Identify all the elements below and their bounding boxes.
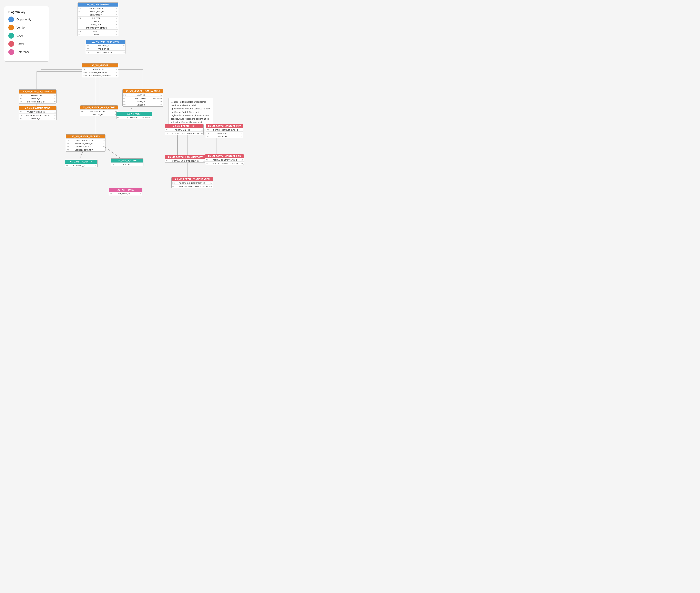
- key-item-vendor: Vendor: [8, 25, 43, 30]
- table-header-portal-link: AS_VM_PORTAL_LINK: [165, 124, 203, 128]
- table-row: FKTHREAD_SET_IDint: [78, 10, 118, 13]
- table-row: FKVENDOR_REGISTRATION_METHODint: [172, 185, 213, 188]
- key-item-reference: Reference: [8, 49, 43, 55]
- table-gam-state: AS_GAM_R_STATE PKSTATE_IDint: [111, 158, 143, 166]
- table-body-naics: PKNAICS_CODE_IDint VENDOR_IDint: [80, 109, 118, 116]
- table-vendor-address: AS_VM_VENDOR_ADDRESS PKVENDOR_ADDRESS_ID…: [66, 134, 106, 152]
- table-header-poc: AS_VM_POINT_OF_CONTACT: [19, 90, 56, 93]
- table-body-portal-contact-link: PKPORTAL_CONTACT_LINK_IDint FKPORTAL_CON…: [205, 158, 244, 165]
- table-vendor-user-mapping: AS_VM_VENDOR_USER_MAPPING PKUSER_IDint F…: [122, 89, 163, 107]
- table-row: FKCONTACT_TYPE_IDint: [19, 100, 56, 103]
- table-body-vendor-address: PKVENDOR_ADDRESS_IDint PKADDRESS_TYPE_ID…: [66, 139, 105, 152]
- table-row: PKPORTAL_LINK_IDint: [165, 128, 203, 131]
- table-row: FK,AKREMITTANCE_ADDRESSint: [82, 74, 118, 77]
- table-row: PKVENDOR_ADDRESS_IDint: [66, 139, 105, 142]
- table-row: OFFICEint: [78, 19, 118, 23]
- table-header-user: AS_VM_USER: [117, 112, 152, 116]
- table-body-gam-state: PKSTATE_IDint: [111, 162, 143, 166]
- table-payment-mode: AS_VM_PAYMENT_MODE PKPAYMENT_MODE_IDint …: [19, 106, 56, 120]
- table-portal-configuration: AS_VM_PORTAL_CONFIGURATION PKPORTAL_CONF…: [171, 177, 213, 188]
- table-row: FKVENDOR_COUNTRYint: [66, 148, 105, 152]
- table-row: PKPAYMENT_MODE_IDint: [19, 110, 56, 114]
- table-row: PKCOUNTRY_IDint: [65, 164, 97, 167]
- table-row: FKCOUNTRYint: [206, 135, 243, 138]
- key-item-gam: GAM: [8, 33, 43, 39]
- table-row: OPPORTUNITY_STATUSint: [78, 26, 118, 29]
- table-portal-link: AS_VM_PORTAL_LINK PKPORTAL_LINK_IDint FK…: [165, 124, 204, 135]
- table-header-gam-state: AS_GAM_R_STATE: [111, 159, 143, 162]
- table-row: PKVENDOR_IDint: [82, 67, 118, 71]
- table-row: FKUSER_NAMEvarchar(255): [123, 96, 163, 100]
- table-row: PKPORTAL_LINK_CATEGORY_IDint: [165, 159, 205, 162]
- table-header-vendor-address: AS_VM_VENDOR_ADDRESS: [66, 134, 105, 139]
- table-row: FKVENDOR_IDint: [19, 97, 56, 100]
- table-row: PKNAICS_CODE_IDint: [80, 109, 118, 113]
- key-item-portal: Portal: [8, 41, 43, 47]
- table-point-of-contact: AS_VM_POINT_OF_CONTACT PKCONTACT_IDint F…: [19, 89, 56, 104]
- table-vendor-naics: AS_VM_VENDOR_NAICS_CODES PKNAICS_CODE_ID…: [80, 105, 118, 116]
- table-portal-contact-info: AS_VM_PORTAL_CONTACT_INFO PKPORTAL_CONTA…: [206, 124, 243, 138]
- table-as-vm-vendor: AS_VM_VENDOR PKVENDOR_IDint FK,AKVENDOR_…: [82, 63, 118, 77]
- table-body-portal-config: PKPORTAL_CONFIGURATION_IDint FKVENDOR_RE…: [172, 181, 213, 188]
- key-label-gam: GAM: [16, 34, 23, 37]
- table-header-gam-country: AS_GAM_R_COUNTRY: [65, 160, 97, 164]
- table-row: FK,AKVENDOR_ADDRESSint: [82, 71, 118, 74]
- table-row: FKSTATE_PROVint: [206, 131, 243, 135]
- table-portal-contact-link: AS_VM_PORTAL_CONTACT_LINK PKPORTAL_CONTA…: [205, 154, 244, 165]
- table-gam-country: AS_GAM_R_COUNTRY PKCOUNTRY_IDint: [65, 160, 97, 167]
- table-row: FKOPPORTUNITY_IDint: [86, 50, 125, 54]
- table-row: BASE_TYPEint: [78, 23, 118, 26]
- table-row: PKSTATE_IDint: [111, 162, 143, 166]
- table-row: FKSTATEint: [78, 29, 118, 33]
- table-row: PKREF_DATA_IDint: [109, 192, 142, 195]
- table-as-vm-user: AS_VM_USER PKUSERNAMEvarchar(255): [116, 112, 152, 119]
- table-row: PKADDRESS_TYPE_IDint: [66, 142, 105, 145]
- gam-dot: [8, 33, 14, 39]
- table-header-naics: AS_VM_VENDOR_NAICS_CODES: [80, 106, 118, 109]
- table-body-opportunity: PKOPPORTUNITY_IDint FKTHREAD_SET_IDint D…: [78, 6, 118, 36]
- table-row: FKPAYMENT_MODE_TYPE_IDint: [19, 114, 56, 117]
- table-row: PKUSER_IDint: [123, 93, 163, 96]
- table-header-opportunity: AS_VM_OPPORTUNITY: [78, 3, 118, 6]
- table-body-vndr-opp-mpng: PKMAPPING_IDint FKVENDOR_IDint FKOPPORTU…: [86, 44, 125, 54]
- table-header-portal-config: AS_VM_PORTAL_CONFIGURATION: [172, 177, 213, 181]
- table-body-portal-link-category: PKPORTAL_LINK_CATEGORY_IDint: [165, 159, 205, 162]
- table-row: VENDOR_IDint: [80, 113, 118, 116]
- diagram-key-title: Diagram key: [8, 10, 43, 14]
- table-as-vm-vndr-opp-mpng: AS_VM_VNDR_OPP_MPNG PKMAPPING_IDint FKVE…: [86, 40, 125, 54]
- table-row: PKOPPORTUNITY_IDint: [78, 6, 118, 10]
- table-row: PKVENDOR_STATEint: [66, 145, 105, 148]
- note-text: Vendor Portal enables unregistered vendo…: [171, 101, 210, 127]
- opportunity-dot: [8, 16, 14, 22]
- table-row: PKPORTAL_CONTACT_INFO_IDint: [206, 128, 243, 131]
- table-row: PKMAPPING_IDint: [86, 44, 125, 47]
- table-row: FKSUB_TIERint: [78, 16, 118, 19]
- table-portal-link-category: AS_VM_PORTAL_LINK_CATEGORY PKPORTAL_LINK…: [165, 155, 206, 163]
- table-row: PKPORTAL_CONFIGURATION_IDint: [172, 181, 213, 185]
- table-row: PKPORTAL_CONTACT_LINK_IDint: [205, 158, 244, 161]
- diagram-key: Diagram key Opportunity Vendor GAM Porta…: [4, 6, 49, 62]
- table-row: FKVENDOR_IDint: [86, 47, 125, 50]
- table-row: FKPORTAL_CONTACT_INFO_IDint: [205, 161, 244, 165]
- key-item-opportunity: Opportunity: [8, 16, 43, 22]
- table-header-portal-contact-info: AS_VM_PORTAL_CONTACT_INFO: [206, 124, 243, 128]
- reference-dot: [8, 49, 14, 55]
- portal-dot: [8, 41, 14, 47]
- key-label-opportunity: Opportunity: [16, 18, 31, 21]
- table-body-poc: PKCONTACT_IDint FKVENDOR_IDint FKCONTACT…: [19, 93, 56, 103]
- table-r-data: AS_VM_R_DATA PKREF_DATA_IDint: [109, 188, 142, 195]
- key-label-portal: Portal: [16, 42, 24, 45]
- table-body-portal-link: PKPORTAL_LINK_IDint FKPORTAL_LINK_CATEGO…: [165, 128, 203, 135]
- table-row: FKVENDORint: [123, 103, 163, 106]
- table-body-portal-contact-info: PKPORTAL_CONTACT_INFO_IDint FKSTATE_PROV…: [206, 128, 243, 138]
- table-row: FKVENDOR_IDint: [19, 117, 56, 120]
- table-header-r-data: AS_VM_R_DATA: [109, 188, 142, 192]
- key-label-vendor: Vendor: [16, 26, 26, 29]
- table-header-vendor-user-mapping: AS_VM_VENDOR_USER_MAPPING: [123, 89, 163, 93]
- table-body-payment-mode: PKPAYMENT_MODE_IDint FKPAYMENT_MODE_TYPE…: [19, 110, 56, 120]
- table-as-vm-opportunity: AS_VM_OPPORTUNITY PKOPPORTUNITY_IDint FK…: [78, 2, 118, 36]
- table-header-vendor: AS_VM_VENDOR: [82, 64, 118, 67]
- table-body-user: PKUSERNAMEvarchar(255): [117, 116, 152, 119]
- table-row: DEPARTMENTint: [78, 13, 118, 16]
- vendor-dot: [8, 25, 14, 30]
